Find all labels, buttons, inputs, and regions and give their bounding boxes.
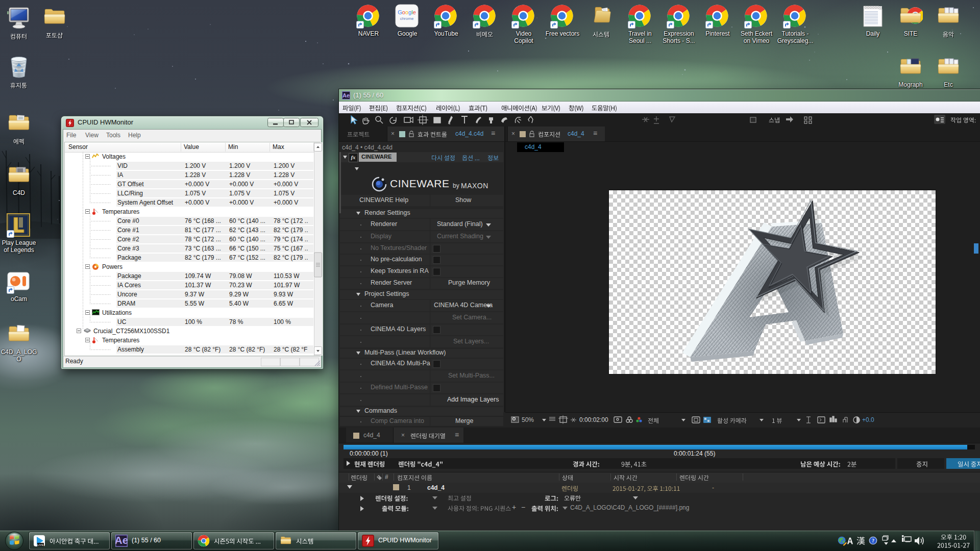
svg-text:Ae: Ae [115, 535, 128, 546]
svg-text:Google: Google [398, 9, 416, 15]
svg-text:LIVE: LIVE [38, 543, 44, 546]
svg-text:Ae: Ae [342, 92, 350, 98]
svg-text:chrome: chrome [400, 16, 414, 21]
svg-text:?: ? [872, 538, 874, 543]
